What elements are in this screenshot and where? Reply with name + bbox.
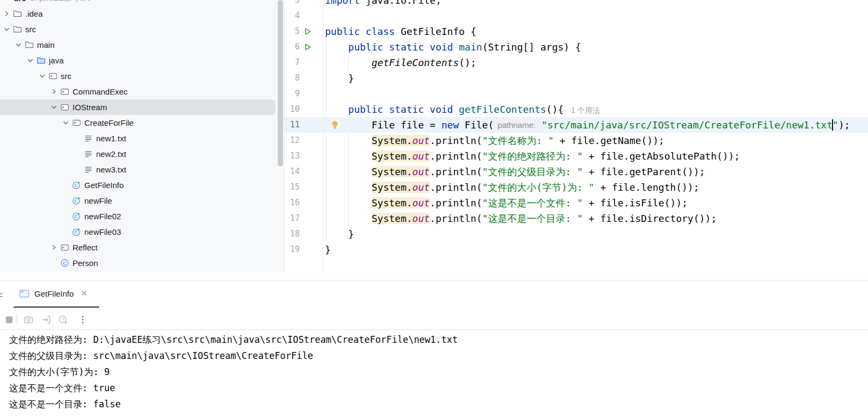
line-number: 11: [285, 117, 300, 133]
code-token: [325, 104, 348, 115]
code-token: }: [325, 228, 354, 240]
tree-item-CommandExec[interactable]: CommandExec: [0, 84, 276, 99]
tree-item-label: Person: [73, 255, 98, 271]
tree-item-GetFileInfo[interactable]: CGetFileInfo: [0, 177, 276, 193]
chevron-down-icon[interactable]: [2, 25, 11, 34]
code-line-8[interactable]: 8 }: [285, 70, 868, 86]
profiler-button[interactable]: [58, 315, 68, 325]
chevron-right-icon[interactable]: [49, 243, 59, 252]
code-token: }: [325, 244, 331, 255]
tree-item-.idea[interactable]: .idea: [0, 6, 276, 21]
code-line-3[interactable]: 3import java.io.File;: [285, 0, 868, 8]
project-root-path: D:\javaEE练习\src: [30, 0, 91, 6]
tree-item-label: IOStream: [73, 99, 107, 115]
tree-item-new3.txt[interactable]: new3.txt: [0, 162, 276, 177]
code-line-15[interactable]: 15 System.out.println("文件的大小(字节)为: " + f…: [285, 179, 868, 195]
code-token: java.io.File;: [360, 0, 442, 6]
code-line-5[interactable]: 5public class GetFileInfo {: [285, 24, 868, 39]
code-text: import java.io.File;: [325, 0, 442, 8]
code-text: public static void main(String[] args) {: [325, 39, 581, 55]
svg-text:C: C: [63, 260, 67, 266]
tree-item-newFile03[interactable]: CnewFile03: [0, 224, 276, 240]
code-token: [325, 213, 372, 224]
more-options-button[interactable]: [78, 315, 88, 325]
usages-hint: 1 个用法: [571, 106, 600, 114]
code-token: .println(: [430, 135, 482, 146]
run-toolbar: [0, 314, 215, 328]
tree-item-Person[interactable]: CPerson: [0, 255, 276, 271]
tree-item-label: newFile02: [84, 208, 121, 224]
chevron-down-icon[interactable]: [26, 56, 35, 65]
close-tab-icon[interactable]: ✕: [81, 289, 88, 298]
folder-icon: [13, 9, 22, 18]
console-line: 这是不是一个目录: false: [9, 396, 121, 412]
code-line-10[interactable]: 10 public static void getFileContents(){…: [285, 102, 868, 117]
code-line-16[interactable]: 16 System.out.println("这是不是一个文件: " + fil…: [285, 195, 868, 211]
code-token: public static void: [348, 104, 453, 115]
console-line: 文件的父级目录为: src\main\java\src\IOStream\Cre…: [9, 348, 313, 364]
code-line-19[interactable]: 19}: [285, 242, 868, 257]
tree-item-label: java: [49, 53, 64, 68]
code-token: getFileContents: [372, 57, 459, 68]
run-tab-getfileinfo[interactable]: GetFileInfo ✕: [13, 281, 99, 306]
tree-item-label: new2.txt: [96, 146, 126, 162]
code-line-4[interactable]: 4: [285, 8, 868, 24]
tree-item-label: CommandExec: [73, 84, 128, 99]
tool-stripe-letter[interactable]: F: [0, 291, 3, 300]
param-name-hint: pathname:: [495, 120, 538, 131]
tree-scrollbar[interactable]: [278, 0, 283, 167]
divider: [0, 280, 868, 281]
code-line-12[interactable]: 12 System.out.println("文件名称为: " + file.g…: [285, 133, 868, 148]
chevron-right-icon[interactable]: [2, 9, 11, 18]
code-token: getFileContents: [459, 104, 546, 115]
tree-item-newFile02[interactable]: CnewFile02: [0, 208, 276, 224]
code-line-9[interactable]: 9: [285, 86, 868, 102]
tree-item-Reflect[interactable]: Reflect: [0, 240, 276, 255]
attach-debugger-button[interactable]: [41, 315, 51, 325]
run-icon[interactable]: [303, 42, 312, 52]
chevron-down-icon[interactable]: [38, 71, 47, 81]
code-line-7[interactable]: 7 getFileContents();: [285, 55, 868, 70]
code-line-14[interactable]: 14 System.out.println("文件的父级目录为: " + fil…: [285, 164, 868, 179]
package-icon: [60, 103, 69, 112]
code-token: ": [833, 119, 838, 131]
tree-item-newFile[interactable]: CnewFile: [0, 193, 276, 208]
chevron-down-icon[interactable]: [49, 103, 59, 112]
tree-item-new1.txt[interactable]: new1.txt: [0, 131, 276, 146]
code-token: "src/main/java/src/IOStream/CreateForFil…: [541, 119, 833, 131]
tree-item-IOStream[interactable]: IOStream: [0, 99, 276, 115]
code-token: System.: [372, 182, 413, 193]
stop-button[interactable]: [4, 315, 14, 325]
toolbar-divider: [17, 314, 17, 325]
code-token: GetFileInfo {: [395, 26, 476, 37]
run-icon[interactable]: [303, 27, 312, 36]
chevron-down-icon[interactable]: [61, 118, 70, 127]
code-line-17[interactable]: 17 System.out.println("这是不是一个目录: " + fil…: [285, 211, 868, 226]
code-text: public static void getFileContents(){1 个…: [325, 102, 600, 118]
code-line-6[interactable]: 6 public static void main(String[] args)…: [285, 39, 868, 55]
tree-item-new2.txt[interactable]: new2.txt: [0, 146, 276, 162]
tree-item-src[interactable]: src: [0, 68, 276, 84]
divider: [0, 329, 868, 330]
project-root-name: src: [14, 0, 26, 6]
code-token: + file.getParent());: [583, 166, 705, 177]
tree-item-CreateForFile[interactable]: CreateForFile: [0, 115, 276, 131]
tree-item-java[interactable]: java: [0, 53, 276, 68]
code-token: "文件的绝对路径为: ": [482, 150, 583, 162]
code-token: + file.isFile());: [583, 197, 688, 208]
line-number: 19: [285, 242, 300, 257]
chevron-right-icon[interactable]: [49, 87, 59, 96]
project-root-row[interactable]: src D:\javaEE练习\src: [0, 0, 276, 6]
screenshot-button[interactable]: [24, 315, 33, 325]
code-token: out: [413, 166, 430, 177]
ide-window: src D:\javaEE练习\src .ideasrcmainjavasrcC…: [0, 0, 868, 417]
code-line-13[interactable]: 13 System.out.println("文件的绝对路径为: " + fil…: [285, 148, 868, 164]
tree-item-main[interactable]: main: [0, 37, 276, 53]
chevron-down-icon[interactable]: [14, 40, 23, 49]
code-line-11[interactable]: 11 File file = new File(pathname:"src/ma…: [285, 117, 868, 133]
line-number: 3: [285, 0, 300, 8]
code-line-18[interactable]: 18 }: [285, 226, 868, 242]
code-editor[interactable]: 3import java.io.File;45public class GetF…: [285, 0, 868, 272]
code-token: + file.isDirectory());: [583, 213, 717, 224]
tree-item-src[interactable]: src: [0, 21, 276, 37]
